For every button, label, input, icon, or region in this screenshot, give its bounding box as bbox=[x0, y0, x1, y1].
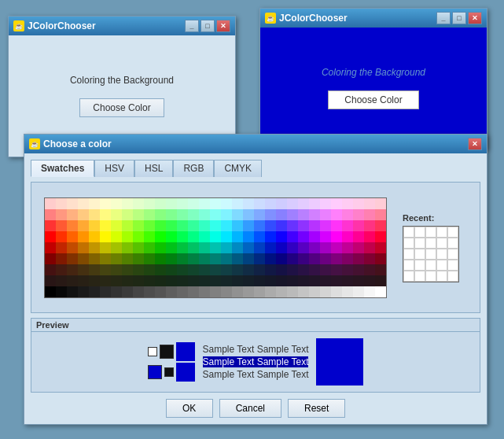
color-cell[interactable] bbox=[144, 220, 155, 231]
color-cell[interactable] bbox=[177, 286, 188, 297]
color-cell[interactable] bbox=[122, 220, 133, 231]
color-cell[interactable] bbox=[133, 231, 144, 242]
color-cell[interactable] bbox=[199, 264, 210, 275]
color-cell[interactable] bbox=[342, 264, 353, 275]
color-cell[interactable] bbox=[298, 209, 309, 220]
color-cell[interactable] bbox=[276, 275, 287, 286]
color-cell[interactable] bbox=[298, 286, 309, 297]
color-cell[interactable] bbox=[100, 231, 111, 242]
color-cell[interactable] bbox=[320, 209, 331, 220]
color-cell[interactable] bbox=[375, 242, 386, 253]
color-cell[interactable] bbox=[342, 286, 353, 297]
color-cell[interactable] bbox=[210, 264, 221, 275]
color-cell[interactable] bbox=[166, 275, 177, 286]
color-cell[interactable] bbox=[155, 275, 166, 286]
color-cell[interactable] bbox=[133, 253, 144, 264]
color-cell[interactable] bbox=[298, 275, 309, 286]
recent-cell[interactable] bbox=[414, 260, 425, 271]
color-cell[interactable] bbox=[89, 264, 100, 275]
color-cell[interactable] bbox=[221, 286, 232, 297]
color-cell[interactable] bbox=[67, 231, 78, 242]
color-cell[interactable] bbox=[166, 242, 177, 253]
color-cell[interactable] bbox=[78, 275, 89, 286]
color-cell[interactable] bbox=[133, 264, 144, 275]
color-cell[interactable] bbox=[144, 264, 155, 275]
color-cell[interactable] bbox=[166, 286, 177, 297]
color-cell[interactable] bbox=[331, 242, 342, 253]
color-cell[interactable] bbox=[364, 264, 375, 275]
color-cell[interactable] bbox=[67, 275, 78, 286]
maximize-btn-1[interactable]: □ bbox=[200, 20, 215, 32]
color-cell[interactable] bbox=[364, 198, 375, 209]
color-cell[interactable] bbox=[144, 253, 155, 264]
color-cell[interactable] bbox=[177, 198, 188, 209]
color-cell[interactable] bbox=[232, 275, 243, 286]
color-cell[interactable] bbox=[210, 198, 221, 209]
color-cell[interactable] bbox=[364, 275, 375, 286]
color-cell[interactable] bbox=[353, 198, 364, 209]
color-cell[interactable] bbox=[56, 198, 67, 209]
color-cell[interactable] bbox=[45, 253, 56, 264]
color-cell[interactable] bbox=[276, 220, 287, 231]
color-cell[interactable] bbox=[67, 198, 78, 209]
color-cell[interactable] bbox=[133, 275, 144, 286]
color-cell[interactable] bbox=[298, 220, 309, 231]
color-cell[interactable] bbox=[111, 264, 122, 275]
color-cell[interactable] bbox=[342, 231, 353, 242]
color-cell[interactable] bbox=[265, 231, 276, 242]
color-cell[interactable] bbox=[232, 242, 243, 253]
color-cell[interactable] bbox=[243, 286, 254, 297]
color-cell[interactable] bbox=[188, 275, 199, 286]
color-cell[interactable] bbox=[221, 220, 232, 231]
recent-cell[interactable] bbox=[447, 249, 458, 260]
recent-cell[interactable] bbox=[414, 227, 425, 238]
recent-cell[interactable] bbox=[425, 227, 436, 238]
color-cell[interactable] bbox=[232, 286, 243, 297]
color-cell[interactable] bbox=[298, 264, 309, 275]
color-cell[interactable] bbox=[89, 231, 100, 242]
color-cell[interactable] bbox=[276, 209, 287, 220]
recent-cell[interactable] bbox=[414, 249, 425, 260]
tab-swatches[interactable]: Swatches bbox=[31, 160, 94, 177]
color-cell[interactable] bbox=[122, 286, 133, 297]
recent-cell[interactable] bbox=[447, 271, 458, 282]
color-cell[interactable] bbox=[122, 264, 133, 275]
color-cell[interactable] bbox=[254, 286, 265, 297]
color-cell[interactable] bbox=[243, 198, 254, 209]
color-cell[interactable] bbox=[221, 231, 232, 242]
color-cell[interactable] bbox=[232, 231, 243, 242]
color-cell[interactable] bbox=[375, 275, 386, 286]
color-cell[interactable] bbox=[287, 242, 298, 253]
color-cell[interactable] bbox=[210, 209, 221, 220]
color-cell[interactable] bbox=[111, 286, 122, 297]
recent-cell[interactable] bbox=[403, 260, 414, 271]
close-btn-2[interactable]: ✕ bbox=[468, 12, 482, 24]
color-cell[interactable] bbox=[188, 220, 199, 231]
minimize-btn-2[interactable]: _ bbox=[436, 12, 451, 24]
color-cell[interactable] bbox=[100, 242, 111, 253]
recent-cell[interactable] bbox=[414, 271, 425, 282]
color-cell[interactable] bbox=[309, 231, 320, 242]
color-cell[interactable] bbox=[353, 275, 364, 286]
color-cell[interactable] bbox=[221, 264, 232, 275]
color-cell[interactable] bbox=[287, 253, 298, 264]
color-cell[interactable] bbox=[265, 242, 276, 253]
color-cell[interactable] bbox=[111, 220, 122, 231]
color-cell[interactable] bbox=[254, 275, 265, 286]
color-cell[interactable] bbox=[155, 242, 166, 253]
color-cell[interactable] bbox=[56, 286, 67, 297]
color-cell[interactable] bbox=[309, 220, 320, 231]
color-cell[interactable] bbox=[353, 220, 364, 231]
recent-cell[interactable] bbox=[436, 271, 447, 282]
recent-cell[interactable] bbox=[447, 238, 458, 249]
color-cell[interactable] bbox=[309, 209, 320, 220]
color-cell[interactable] bbox=[232, 220, 243, 231]
color-cell[interactable] bbox=[45, 286, 56, 297]
color-cell[interactable] bbox=[342, 242, 353, 253]
color-cell[interactable] bbox=[100, 253, 111, 264]
color-cell[interactable] bbox=[375, 209, 386, 220]
color-cell[interactable] bbox=[89, 198, 100, 209]
color-cell[interactable] bbox=[67, 220, 78, 231]
color-cell[interactable] bbox=[100, 209, 111, 220]
color-cell[interactable] bbox=[232, 209, 243, 220]
